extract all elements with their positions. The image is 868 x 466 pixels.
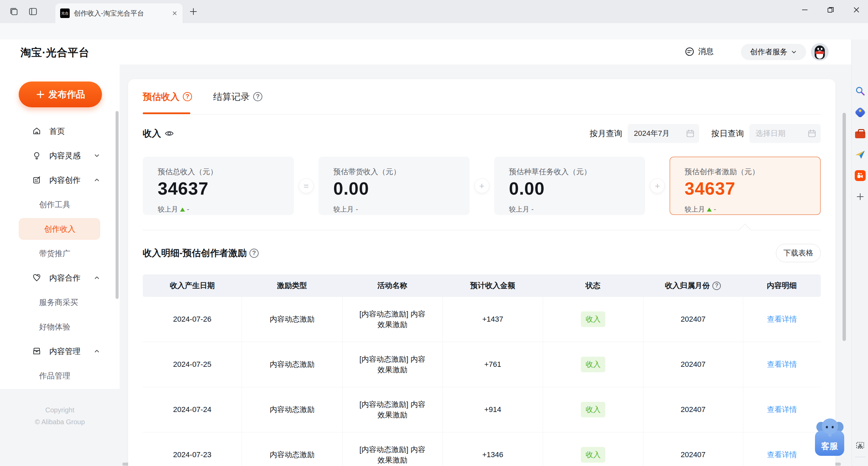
- sidebar-divider: [855, 457, 865, 457]
- browser-tab[interactable]: 光合 创作收入-淘宝光合平台: [55, 3, 183, 23]
- income-tabbar: 预估收入 结算记录: [143, 79, 821, 114]
- operator-plus: +: [650, 178, 665, 193]
- sidebar-item-promo[interactable]: 带货推广: [0, 241, 120, 266]
- sidebar-item-inspiration[interactable]: 内容灵感: [0, 143, 120, 168]
- sidebar-item-goods-experience[interactable]: 好物体验: [0, 315, 120, 339]
- user-avatar[interactable]: [811, 43, 829, 61]
- eye-icon[interactable]: [164, 129, 174, 138]
- tab-close-icon[interactable]: [172, 10, 178, 16]
- table-row: 2024-07-23 内容动态激励 [内容动态激励] 内容效果激励 +1346 …: [143, 432, 821, 466]
- window-restore-button[interactable]: [823, 0, 838, 20]
- calendar-icon: [685, 129, 695, 138]
- add-sidebar-item-icon[interactable]: [854, 191, 866, 202]
- help-icon[interactable]: [253, 92, 262, 101]
- messages-button[interactable]: 消息: [684, 46, 714, 57]
- browser-tabstrip: 光合 创作收入-淘宝光合平台: [0, 0, 868, 23]
- message-icon: [684, 47, 695, 57]
- status-badge: 收入: [581, 447, 605, 463]
- publish-button[interactable]: 发布作品: [19, 82, 102, 107]
- page-vertical-scrollbar[interactable]: [843, 113, 846, 341]
- sidebar-scrollbar[interactable]: [116, 111, 119, 299]
- sidebar-item-creation-income[interactable]: 创作收入: [0, 217, 120, 241]
- screenshot-icon[interactable]: [854, 440, 866, 451]
- calendar-icon: [807, 129, 817, 138]
- income-table: 收入产生日期 激励类型 活动名称 预计收入金额 状态 收入归属月份 内容明细 2…: [143, 274, 821, 466]
- view-details-link[interactable]: 查看详情: [767, 359, 797, 370]
- detail-title: 收入明细-预估创作者激励: [143, 247, 247, 259]
- archive-box-icon: [32, 347, 41, 356]
- sidebar-item-home[interactable]: 首页: [0, 119, 120, 143]
- edge-sidebar: [851, 39, 868, 466]
- copyright: Copyright © Alibaba Group: [0, 404, 120, 428]
- operator-plus: +: [474, 178, 489, 193]
- card-creator-incentive[interactable]: 预估创作者激励（元） 34637 较上月-: [670, 157, 821, 215]
- status-badge: 收入: [581, 402, 605, 417]
- browser-toolbar: https://creator.guanghe.taobao.com/page/…: [0, 23, 868, 39]
- active-tab-underline: [143, 112, 190, 114]
- view-details-link[interactable]: 查看详情: [767, 314, 797, 324]
- window-close-button[interactable]: [849, 0, 864, 20]
- tab-title: 创作收入-淘宝光合平台: [74, 9, 168, 18]
- help-icon[interactable]: [249, 249, 259, 258]
- table-header-row: 收入产生日期 激励类型 活动名称 预计收入金额 状态 收入归属月份 内容明细: [143, 274, 821, 297]
- help-icon[interactable]: [712, 282, 721, 290]
- creator-services-label: 创作者服务: [750, 47, 787, 57]
- home-icon: [32, 127, 41, 136]
- status-badge: 收入: [581, 357, 605, 372]
- sidebar-item-creation-tools[interactable]: 创作工具: [0, 192, 120, 217]
- selected-card-notch: [739, 224, 751, 235]
- customer-support-widget[interactable]: 客服: [814, 417, 846, 456]
- compose-icon: [32, 176, 41, 184]
- card-total-income[interactable]: 预估总收入（元） 34637 较上月-: [143, 157, 294, 215]
- chevron-down-icon: [791, 49, 797, 55]
- heart-hands-icon: [32, 273, 41, 282]
- day-query-label: 按日查询: [711, 128, 744, 139]
- sidebar-item-service-purchase[interactable]: 服务商采买: [0, 290, 120, 315]
- tab-estimated-income[interactable]: 预估收入: [143, 91, 192, 103]
- tab-actions-icon[interactable]: [9, 6, 19, 17]
- sidebar-item-management[interactable]: 内容管理: [0, 339, 120, 363]
- new-tab-icon[interactable]: [189, 7, 198, 16]
- lightbulb-icon: [32, 151, 41, 160]
- site-header: 淘宝·光合平台 消息 创作者服务: [0, 39, 851, 65]
- trend-up-icon: [707, 208, 712, 212]
- workspaces-icon[interactable]: [28, 6, 38, 17]
- chevron-up-icon: [94, 275, 100, 281]
- sidebar-item-cooperation[interactable]: 内容合作: [0, 266, 120, 290]
- view-details-link[interactable]: 查看详情: [767, 450, 797, 460]
- window-minimize-button[interactable]: [797, 0, 813, 20]
- chevron-down-icon: [94, 153, 100, 159]
- download-table-button[interactable]: 下载表格: [776, 244, 821, 262]
- shopping-icon[interactable]: [854, 107, 866, 118]
- detail-header: 收入明细-预估创作者激励 下载表格: [143, 244, 821, 262]
- status-badge: 收入: [581, 311, 605, 327]
- support-label: 客服: [821, 441, 838, 452]
- main-content: 预估收入 结算记录 收入 按月查询 按日查询: [128, 79, 835, 466]
- help-icon[interactable]: [183, 92, 192, 101]
- search-icon[interactable]: [854, 85, 866, 97]
- creator-services-dropdown[interactable]: 创作者服务: [741, 44, 806, 60]
- stat-cards: 预估总收入（元） 34637 较上月- = 预估带货收入（元） 0.00 较上月…: [143, 157, 821, 215]
- share-plane-icon[interactable]: [854, 149, 866, 160]
- kuaishou-icon[interactable]: [854, 170, 866, 181]
- sidebar-item-creation[interactable]: 内容创作: [0, 168, 120, 192]
- table-row: 2024-07-25 内容动态激励 [内容动态激励] 内容效果激励 +761 收…: [143, 342, 821, 387]
- section-divider: [143, 230, 821, 230]
- card-task-income[interactable]: 预估种草任务收入（元） 0.00 较上月-: [494, 157, 645, 215]
- sidebar-panel-icon[interactable]: [854, 464, 866, 466]
- chevron-up-icon: [94, 177, 100, 183]
- site-logo: 淘宝·光合平台: [20, 46, 89, 60]
- site-favicon: 光合: [60, 8, 70, 18]
- left-sidebar: 发布作品 首页 内容灵感 内容创作 创作工具 创作收入 带货推广 内容合作: [0, 65, 120, 389]
- sidebar-item-works-management[interactable]: 作品管理: [0, 363, 120, 388]
- income-query-row: 收入 按月查询 按日查询: [143, 124, 821, 143]
- income-title: 收入: [143, 127, 161, 140]
- publish-label: 发布作品: [49, 88, 85, 101]
- messages-label: 消息: [698, 46, 714, 57]
- tools-icon[interactable]: [854, 128, 866, 139]
- tab-settlement-record[interactable]: 结算记录: [213, 91, 262, 103]
- chevron-up-icon: [94, 348, 100, 354]
- view-details-link[interactable]: 查看详情: [767, 405, 797, 415]
- card-goods-income[interactable]: 预估带货收入（元） 0.00 较上月-: [318, 157, 470, 215]
- operator-equals: =: [299, 178, 314, 193]
